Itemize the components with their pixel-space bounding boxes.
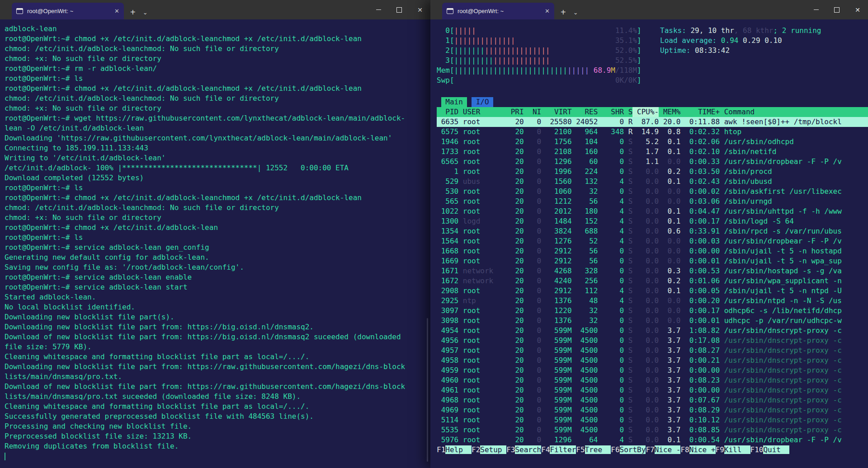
- terminal-output[interactable]: adblock-leanroot@OpenWrt:~# chmod +x /et…: [0, 19, 430, 468]
- terminal-line: Saving new config file as: '/root/adbloc…: [5, 262, 428, 272]
- process-row[interactable]: 2925ntp2001376484S0.00.00:00.20/usr/sbin…: [437, 296, 868, 306]
- terminal-line: Connecting to 185.199.111.133:443: [5, 143, 428, 153]
- left-terminal-tab[interactable]: root@OpenWrt: ~ ✕: [12, 3, 124, 19]
- terminal-line: chmod: /etc/init.d/adblock-leanchmod: No…: [5, 44, 428, 54]
- column-header-ni[interactable]: NI: [524, 107, 542, 117]
- fkey-f7[interactable]: F7Nice -: [646, 445, 680, 455]
- maximize-button[interactable]: [826, 0, 847, 19]
- fkey-f4[interactable]: F4Filter: [541, 445, 576, 455]
- column-header-user[interactable]: USER: [458, 107, 506, 117]
- process-row[interactable]: 1354root20038246884S0.00.60:33.91/sbin/r…: [437, 226, 868, 236]
- process-row[interactable]: 1022root20020121804S0.00.10:04.47/usr/sb…: [437, 206, 868, 216]
- process-row[interactable]: 4968root200599M45000S0.03.70:07.67/usr/s…: [437, 395, 868, 405]
- process-row[interactable]: 4961root200599M45000S0.03.70:00.00/usr/s…: [437, 385, 868, 395]
- process-row[interactable]: 5114root200599M45000S0.03.70:10.12/usr/s…: [437, 415, 868, 425]
- fkey-f9[interactable]: F9Kill: [716, 445, 750, 455]
- column-header-mem[interactable]: MEM%: [659, 107, 680, 117]
- process-row[interactable]: 4954root200599M45000S0.03.71:08.82/usr/s…: [437, 326, 868, 336]
- close-tab-icon[interactable]: ✕: [545, 8, 550, 14]
- tab-dropdown-chevron-icon[interactable]: ⌄: [143, 9, 148, 16]
- terminal-line: root@OpenWrt:~# chmod +x /etc/init.d/adb…: [5, 193, 428, 203]
- column-header-res[interactable]: RES: [572, 107, 598, 117]
- tab-title: root@OpenWrt: ~: [458, 8, 541, 14]
- process-row[interactable]: 4959root200599M45000S0.03.70:00.00/usr/s…: [437, 365, 868, 375]
- process-row[interactable]: 3097root2001220320S0.00.00:00.17odhcp6c …: [437, 306, 868, 316]
- process-row[interactable]: 1300logd20014841524S0.00.10:00.17/sbin/l…: [437, 216, 868, 226]
- fkey-f1[interactable]: F1Help: [437, 445, 472, 455]
- terminal-icon: [16, 8, 23, 14]
- process-row[interactable]: 4956root200599M45000S0.03.70:17.08/usr/s…: [437, 336, 868, 346]
- process-row[interactable]: 565root2001212564S0.00.00:03.06/sbin/urn…: [437, 197, 868, 206]
- text-cursor: [5, 453, 5, 460]
- htop-terminal-tab[interactable]: root@OpenWrt: ~ ✕: [442, 3, 554, 19]
- process-row[interactable]: 1671network20042683280S0.00.30:00.53/usr…: [437, 266, 868, 276]
- process-row[interactable]: 3098root2001376320S0.00.00:00.01udhcpc -…: [437, 316, 868, 326]
- desktop: root@OpenWrt: ~ ✕ + ⌄ ✕ adblock-leanroot…: [0, 0, 868, 468]
- process-row[interactable]: 1946root20017561040S5.20.10:02.06/usr/sb…: [437, 137, 868, 147]
- scrollbar[interactable]: [427, 318, 428, 462]
- process-row[interactable]: 1564root2001276524S0.00.00:00.03/usr/sbi…: [437, 236, 868, 246]
- terminal-line: Generating new default config for adbloc…: [5, 253, 428, 262]
- column-header-virt[interactable]: VIRT: [541, 107, 571, 117]
- minimize-button[interactable]: [368, 0, 389, 19]
- terminal-line: Preprocessed blocklist file size: 13213 …: [5, 431, 428, 441]
- htop-tab-main[interactable]: Main: [441, 97, 467, 107]
- terminal-line: root@OpenWrt:~# wget https://raw.githubu…: [5, 113, 428, 123]
- left-titlebar: root@OpenWrt: ~ ✕ + ⌄ ✕: [0, 0, 430, 19]
- maximize-button[interactable]: [389, 0, 410, 19]
- process-row[interactable]: 1root20019962240S0.00.20:03.50/sbin/proc…: [437, 167, 868, 177]
- process-row[interactable]: 1668root2002912560S0.00.00:00.00/sbin/uj…: [437, 246, 868, 256]
- column-header-pid[interactable]: PID: [437, 107, 458, 117]
- htop-terminal-window: root@OpenWrt: ~ ✕ + ⌄ ✕ 0[|||||11.4%]1[|…: [430, 0, 868, 468]
- process-row[interactable]: 5535root200599M45000S0.03.70:08.85/usr/s…: [437, 425, 868, 435]
- process-row[interactable]: 4969root200599M45000S0.03.70:08.29/usr/s…: [437, 405, 868, 415]
- fkey-f5[interactable]: F5Tree: [576, 445, 611, 455]
- process-row[interactable]: 4960root200599M45000S0.03.70:08.23/usr/s…: [437, 375, 868, 385]
- meter-swp: Swp[0K/0K]: [437, 75, 654, 85]
- process-table-header[interactable]: PIDUSERPRINIVIRTRESSHRSCPU%-MEM%TIME+Com…: [437, 107, 868, 117]
- process-row[interactable]: 6565root2001296600S1.10.00:00.33/usr/sbi…: [437, 157, 868, 167]
- fkey-f3[interactable]: F3Search: [506, 445, 541, 455]
- fkey-f2[interactable]: F2Setup: [472, 445, 506, 455]
- fkey-f10[interactable]: F10Quit: [750, 445, 790, 455]
- fkey-f8[interactable]: F8Nice +: [680, 445, 715, 455]
- process-row[interactable]: 1672network20042402560S0.00.20:01.06/usr…: [437, 276, 868, 286]
- meter-mem: Mem[|||||||||||||||||||||||||||||||68.9M…: [437, 66, 654, 75]
- htop-tab-io[interactable]: I/O: [472, 97, 493, 107]
- terminal-line: No local blocklist identified.: [5, 302, 428, 312]
- tasks-summary-line: Load average: 0.94 0.29 0.10: [660, 36, 821, 46]
- terminal-line: root@OpenWrt:~# service adblock-lean sta…: [5, 282, 428, 292]
- process-row[interactable]: 5976root2001296644S0.00.10:00.54/usr/sbi…: [437, 435, 868, 445]
- process-row[interactable]: 4957root200599M45000S0.03.70:08.27/usr/s…: [437, 346, 868, 356]
- function-key-bar: F1Help F2Setup F3SearchF4FilterF5Tree F6…: [437, 445, 868, 455]
- terminal-line: root@OpenWrt:~# service adblock-lean ena…: [5, 272, 428, 282]
- new-tab-button[interactable]: +: [130, 8, 136, 17]
- column-header-command[interactable]: Command: [720, 107, 868, 117]
- tab-dropdown-chevron-icon[interactable]: ⌄: [573, 9, 578, 16]
- process-row[interactable]: 529ubus20015601324S0.00.10:02.43/sbin/ub…: [437, 177, 868, 187]
- terminal-line: Cleaning whitespace and formatting block…: [5, 402, 428, 412]
- process-row[interactable]: 6635root20025580240520R87.020.00:11.88aw…: [437, 117, 868, 127]
- process-row[interactable]: 4958root200599M45000S0.03.70:00.21/usr/s…: [437, 356, 868, 365]
- close-button[interactable]: ✕: [410, 0, 430, 19]
- column-header-shr[interactable]: SHR: [598, 107, 624, 117]
- column-header-s[interactable]: S: [624, 107, 632, 117]
- tasks-summary-line: Uptime: 08:33:42: [660, 46, 821, 56]
- process-row[interactable]: 1733root20021081600S1.70.10:02.10/sbin/n…: [437, 147, 868, 157]
- minimize-button[interactable]: [806, 0, 826, 19]
- cpu-memory-meters: 0[|||||11.4%]1[||||||||||||||35.1%]2[|||…: [437, 26, 654, 85]
- close-button[interactable]: ✕: [847, 0, 868, 19]
- fkey-f6[interactable]: F6SortBy: [611, 445, 646, 455]
- process-row[interactable]: 1669root2002912560S0.00.00:00.01/sbin/uj…: [437, 256, 868, 266]
- terminal-line: root@OpenWrt:~# service adblock-lean gen…: [5, 243, 428, 253]
- column-header-time+[interactable]: TIME+: [680, 107, 720, 117]
- column-header-pri[interactable]: PRI: [506, 107, 524, 117]
- close-tab-icon[interactable]: ✕: [114, 8, 119, 14]
- terminal-line: root@OpenWrt:~# chmod +x /etc/init.d/adb…: [5, 84, 428, 94]
- process-row[interactable]: 6575root2002100964348R14.90.80:02.32htop: [437, 127, 868, 137]
- process-row[interactable]: 530root2001060320S0.00.00:00.02/sbin/ask…: [437, 187, 868, 197]
- process-table: 6635root20025580240520R87.020.00:11.88aw…: [437, 117, 868, 445]
- new-tab-button[interactable]: +: [561, 8, 566, 17]
- process-row[interactable]: 2908root20029121124S0.00.10:00.05/sbin/u…: [437, 286, 868, 296]
- column-header-cpu[interactable]: CPU%-: [632, 107, 659, 117]
